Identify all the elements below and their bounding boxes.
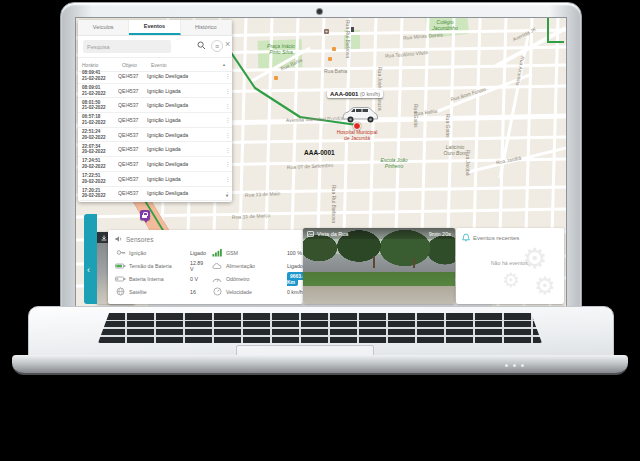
sensor-value: 12.89 V <box>190 260 206 272</box>
sensor-gsm: GSM 100 % <box>212 246 308 259</box>
row-menu-icon[interactable]: ⋮ <box>223 87 232 94</box>
event-rows: 08:09:4121-02-2022 QEI4537 Ignição Desli… <box>78 69 232 202</box>
satellite-icon <box>115 287 126 296</box>
col-horario: Horário <box>78 62 122 68</box>
search-input[interactable] <box>83 40 171 53</box>
table-row[interactable]: 06:57:1821-02-2022 QEI4537 Ignição Ligad… <box>78 113 232 128</box>
speed-icon <box>212 287 223 296</box>
row-menu-icon[interactable]: ⋮ <box>223 102 232 109</box>
sensor-label: GSM <box>226 250 284 256</box>
vehicle-name-label: AAA-0001 <box>304 149 335 156</box>
power-icon <box>212 262 223 270</box>
col-objeto: Objeto <box>122 62 151 68</box>
sensor-odometer: Odômetro 9663.81 Km <box>212 272 308 285</box>
collapse-strip[interactable]: ‹ <box>84 214 97 304</box>
table-row[interactable]: 08:01:5021-02-2022 QEI4537 Ignição Desli… <box>78 98 232 113</box>
vehicle-plate: AAA-0001 <box>330 91 358 97</box>
street-label: Rua José de Souza <box>376 67 382 111</box>
table-row[interactable]: 22:51:2420-02-2022 QEI4537 Ignição Desli… <box>78 128 232 143</box>
poi-icon <box>328 57 332 61</box>
event-object: QEI4537 <box>118 190 147 196</box>
no-events-text: Não há eventos. <box>456 260 564 266</box>
event-text: Ignição Desligada <box>147 190 223 196</box>
sensor-label: Bateria Interna <box>129 276 187 282</box>
battery-icon <box>115 262 126 270</box>
key-icon <box>115 248 126 257</box>
sensor-internal-battery: Bateria Interna 0 V <box>115 272 206 285</box>
tab-eventos[interactable]: Eventos <box>129 20 180 35</box>
table-row[interactable]: 22:07:3420-02-2022 QEI4537 Ignição Ligad… <box>78 142 232 157</box>
streetview-image <box>303 228 455 304</box>
laptop-base <box>12 355 628 375</box>
filter-list-button[interactable]: ≡ <box>211 40 223 52</box>
event-date: 20-02-2022 <box>82 193 118 199</box>
school-label: Escola João Pinheiro <box>376 158 412 169</box>
sensor-label: Alimentação <box>226 263 284 269</box>
table-row[interactable]: 17:20:2120-02-2022 QEI4537 Ignição Desli… <box>78 187 232 202</box>
base-indicator-dot <box>521 364 524 367</box>
streetview-title: Vista da Rua <box>317 231 348 237</box>
vehicle-info-bubble[interactable]: AAA-0001 (0 km/h) <box>327 90 383 98</box>
sensor-value: 16 <box>190 289 206 295</box>
event-text: Ignição Ligada <box>147 146 223 152</box>
row-menu-icon[interactable]: ⋮ <box>223 116 232 123</box>
sensors-card: Sensores Ignição Ligado Tensão da Bateri… <box>108 230 303 304</box>
event-object: QEI4537 <box>118 161 147 167</box>
base-indicator-dot <box>513 364 516 367</box>
event-text: Ignição Ligada <box>147 176 223 182</box>
chevron-left-icon: ‹ <box>87 266 90 275</box>
table-row[interactable]: 17:22:5120-02-2022 QEI4537 Ignição Ligad… <box>78 172 232 187</box>
events-panel: Veículos Eventos Histórico ≡ × Horário O… <box>78 20 232 202</box>
row-menu-icon[interactable]: ⋮ <box>223 160 232 167</box>
streetview-panel[interactable]: Vista da Rua 9min 20s <box>303 228 455 304</box>
gear-icon: ⚙ <box>502 268 520 292</box>
sensor-battery-voltage: Tensão da Bateria 12.89 V <box>115 259 206 272</box>
tab-veiculos[interactable]: Veículos <box>78 20 129 35</box>
laptop-mockup: Praça Inácio Pinto Silva Rua Bahia Rua B… <box>0 0 640 461</box>
table-row[interactable]: 08:09:4121-02-2022 QEI4537 Ignição Desli… <box>78 69 232 84</box>
event-object: QEI4537 <box>118 117 147 123</box>
tab-historico[interactable]: Histórico <box>181 20 232 35</box>
laptop-keyboard <box>98 313 542 343</box>
event-text: Ignição Ligada <box>147 88 223 94</box>
event-date: 20-02-2022 <box>82 149 118 155</box>
street-label: Rua Goiás <box>412 104 418 128</box>
event-text: Ignição Desligada <box>147 132 223 138</box>
event-object: QEI4537 <box>118 73 147 79</box>
sensor-value: Ligado <box>190 250 206 256</box>
sensors-title: Sensores <box>126 236 153 243</box>
event-object: QEI4537 <box>118 146 147 152</box>
battery-internal-icon <box>115 275 126 283</box>
tree-trunk <box>413 258 415 268</box>
vehicle-marker[interactable] <box>340 106 380 124</box>
poi-icon <box>332 47 336 51</box>
row-menu-icon[interactable]: ⋮ <box>223 175 232 182</box>
search-icon[interactable] <box>197 41 206 50</box>
tree-trunk <box>373 256 375 268</box>
event-text: Ignição Ligada <box>147 117 223 123</box>
event-date: 20-02-2022 <box>82 135 118 141</box>
lock-marker[interactable] <box>140 210 150 220</box>
table-row[interactable]: 08:09:0121-02-2022 QEI4537 Ignição Ligad… <box>78 84 232 99</box>
row-menu-icon[interactable]: ⋮ <box>223 146 232 153</box>
recent-events-card: ⚙ ⚙ ⚙ Eventos recentes Não há eventos. <box>456 228 564 304</box>
sensor-label: Velocidade <box>226 289 284 295</box>
odometer-icon <box>212 275 223 283</box>
table-row[interactable]: 17:24:5120-02-2022 QEI4537 Ignição Desli… <box>78 157 232 172</box>
scroll-up-icon[interactable]: ▲ <box>222 62 232 67</box>
event-text: Ignição Desligada <box>147 102 223 108</box>
row-menu-icon[interactable]: ⋮ <box>223 72 232 79</box>
sensor-label: Satélite <box>129 289 187 295</box>
event-date: 21-02-2022 <box>82 91 118 97</box>
sensor-grid: Ignição Ligado Tensão da Bateria 12.89 V… <box>115 246 296 298</box>
table-row[interactable]: 17:15:3120-02-2022 QEI4537 Ignição Ligad… <box>78 201 232 202</box>
col-evento: Evento <box>151 62 222 68</box>
sensor-satellite: Satélite 16 <box>115 285 206 298</box>
scroll-down-icon[interactable]: ▼ <box>225 193 229 198</box>
event-date: 21-02-2022 <box>82 105 118 111</box>
hospital-label: Hospital Municipal de Jacundá <box>334 130 380 142</box>
statue-icon <box>351 27 354 32</box>
close-icon[interactable]: × <box>225 39 230 49</box>
row-menu-icon[interactable]: ⋮ <box>223 131 232 138</box>
download-icon[interactable] <box>101 235 107 241</box>
